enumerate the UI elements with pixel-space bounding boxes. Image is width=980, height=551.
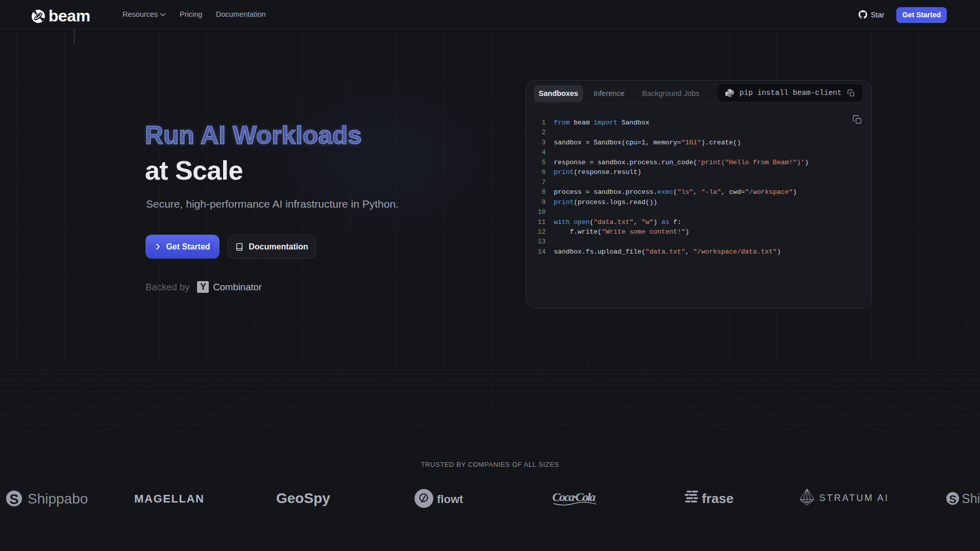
svg-text:frase: frase — [702, 491, 733, 506]
svg-text:Coca·Cola: Coca·Cola — [552, 490, 596, 504]
svg-text:Shippabo: Shippabo — [28, 491, 88, 507]
svg-text:flowt: flowt — [437, 493, 463, 506]
svg-text:Shi: Shi — [962, 491, 980, 506]
svg-text:STRATUM AI: STRATUM AI — [819, 493, 889, 503]
svg-text:S: S — [949, 493, 957, 506]
svg-text:S: S — [9, 492, 18, 507]
